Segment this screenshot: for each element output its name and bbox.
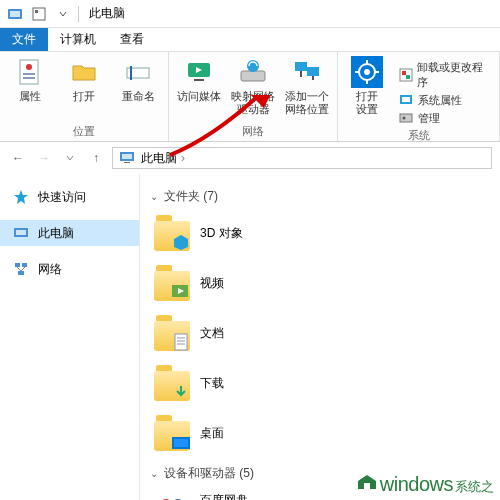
navigation-pane: 快速访问 此电脑 网络 bbox=[0, 174, 140, 500]
svg-rect-28 bbox=[406, 75, 410, 79]
uninstall-programs-item[interactable]: 卸载或更改程序 bbox=[398, 60, 491, 90]
svg-point-5 bbox=[26, 64, 32, 70]
media-icon bbox=[183, 56, 215, 88]
folder-downloads[interactable]: 下载 bbox=[150, 361, 310, 405]
watermark-suffix: 系统之 bbox=[455, 478, 494, 496]
manage-label: 管理 bbox=[418, 111, 440, 126]
rename-button[interactable]: 重命名 bbox=[116, 56, 160, 103]
address-field[interactable]: 此电脑 › bbox=[112, 147, 492, 169]
system-properties-item[interactable]: 系统属性 bbox=[398, 92, 491, 108]
svg-rect-15 bbox=[295, 62, 307, 71]
app-icon[interactable] bbox=[4, 3, 26, 25]
svg-rect-2 bbox=[33, 8, 45, 20]
manage-icon bbox=[398, 110, 414, 126]
folder-label: 视频 bbox=[200, 275, 224, 292]
pc-icon bbox=[119, 149, 135, 168]
properties-label: 属性 bbox=[19, 90, 41, 103]
svg-marker-36 bbox=[14, 190, 28, 204]
quick-access-toolbar bbox=[4, 3, 74, 25]
folder-videos[interactable]: 视频 bbox=[150, 261, 310, 305]
separator bbox=[78, 6, 79, 22]
uninstall-label: 卸载或更改程序 bbox=[417, 60, 491, 90]
section-title: 文件夹 (7) bbox=[164, 188, 218, 205]
svg-rect-9 bbox=[130, 66, 132, 80]
svg-rect-50 bbox=[174, 439, 188, 447]
watermark: windows 系统之 bbox=[356, 469, 494, 496]
rename-icon bbox=[122, 56, 154, 88]
chevron-down-icon: ⌄ bbox=[150, 468, 158, 479]
tab-view[interactable]: 查看 bbox=[108, 28, 156, 51]
svg-rect-17 bbox=[300, 71, 302, 77]
watermark-logo-icon bbox=[356, 469, 378, 491]
tab-computer[interactable]: 计算机 bbox=[48, 28, 108, 51]
window-title: 此电脑 bbox=[89, 5, 125, 22]
folder-icon bbox=[154, 415, 190, 451]
svg-rect-35 bbox=[124, 162, 130, 163]
sidebar-item-label: 网络 bbox=[38, 261, 62, 278]
add-network-location-button[interactable]: 添加一个 网络位置 bbox=[285, 56, 329, 116]
svg-rect-16 bbox=[307, 67, 319, 76]
open-settings-button[interactable]: 打开 设置 bbox=[346, 56, 388, 116]
properties-icon bbox=[14, 56, 46, 88]
folder-label: 桌面 bbox=[200, 425, 224, 442]
access-media-label: 访问媒体 bbox=[177, 90, 221, 103]
svg-rect-30 bbox=[402, 97, 410, 102]
folder-3d-objects[interactable]: 3D 对象 bbox=[150, 211, 310, 255]
svg-marker-42 bbox=[174, 235, 188, 250]
drive-baidu[interactable]: 百度网盘 双击运行百度网盘 bbox=[150, 488, 350, 500]
sidebar-this-pc[interactable]: 此电脑 bbox=[0, 220, 139, 246]
svg-rect-12 bbox=[194, 79, 204, 81]
svg-rect-39 bbox=[15, 263, 20, 267]
svg-rect-13 bbox=[241, 71, 265, 81]
add-network-icon bbox=[291, 56, 323, 88]
svg-rect-40 bbox=[22, 263, 27, 267]
folder-desktop[interactable]: 桌面 bbox=[150, 411, 310, 455]
nav-back-button[interactable]: ← bbox=[8, 148, 28, 168]
system-props-icon bbox=[398, 92, 414, 108]
ribbon-tabs: 文件 计算机 查看 bbox=[0, 28, 500, 52]
folder-documents[interactable]: 文档 bbox=[150, 311, 310, 355]
ribbon-group-location: 属性 打开 重命名 位置 bbox=[0, 52, 169, 141]
uninstall-icon bbox=[398, 67, 413, 83]
folder-label: 3D 对象 bbox=[200, 225, 243, 242]
nav-up-button[interactable]: ↑ bbox=[86, 148, 106, 168]
folders-section-header[interactable]: ⌄ 文件夹 (7) bbox=[150, 188, 490, 205]
map-drive-label: 映射网络 驱动器 bbox=[231, 90, 275, 116]
breadcrumb-root[interactable]: 此电脑 › bbox=[141, 150, 185, 167]
network-icon bbox=[12, 260, 30, 278]
group-label-system: 系统 bbox=[408, 128, 430, 143]
system-actions-list: 卸载或更改程序 系统属性 管理 bbox=[398, 56, 491, 126]
qat-dropdown-icon[interactable] bbox=[52, 3, 74, 25]
open-button[interactable]: 打开 bbox=[62, 56, 106, 103]
sidebar-network[interactable]: 网络 bbox=[0, 256, 139, 282]
add-network-label: 添加一个 网络位置 bbox=[285, 90, 329, 116]
svg-rect-45 bbox=[175, 334, 187, 350]
map-drive-button[interactable]: 映射网络 驱动器 bbox=[231, 56, 275, 116]
properties-button[interactable]: 属性 bbox=[8, 56, 52, 103]
map-drive-icon bbox=[237, 56, 269, 88]
folder-icon bbox=[154, 215, 190, 251]
settings-gear-icon bbox=[351, 56, 383, 88]
nav-forward-button[interactable]: → bbox=[34, 148, 54, 168]
ribbon: 属性 打开 重命名 位置 访问媒体 bbox=[0, 52, 500, 142]
access-media-button[interactable]: 访问媒体 bbox=[177, 56, 221, 103]
chevron-down-icon: ⌄ bbox=[150, 191, 158, 202]
baidu-netdisk-icon bbox=[154, 492, 190, 500]
sidebar-item-label: 此电脑 bbox=[38, 225, 74, 242]
qat-item-icon[interactable] bbox=[28, 3, 50, 25]
svg-rect-3 bbox=[35, 10, 38, 13]
nav-recent-dropdown[interactable] bbox=[60, 148, 80, 168]
folders-grid: 3D 对象 视频 文档 bbox=[150, 211, 490, 455]
folder-icon bbox=[154, 365, 190, 401]
breadcrumb-label: 此电脑 bbox=[141, 150, 177, 167]
sidebar-quick-access[interactable]: 快速访问 bbox=[0, 184, 139, 210]
manage-item[interactable]: 管理 bbox=[398, 110, 491, 126]
tab-file[interactable]: 文件 bbox=[0, 28, 48, 51]
folder-icon bbox=[154, 315, 190, 351]
svg-rect-61 bbox=[364, 483, 370, 489]
svg-rect-38 bbox=[16, 230, 26, 235]
pc-icon bbox=[12, 224, 30, 242]
open-settings-label: 打开 设置 bbox=[356, 90, 378, 116]
content-pane: ⌄ 文件夹 (7) 3D 对象 视频 bbox=[140, 174, 500, 500]
folder-icon bbox=[154, 265, 190, 301]
